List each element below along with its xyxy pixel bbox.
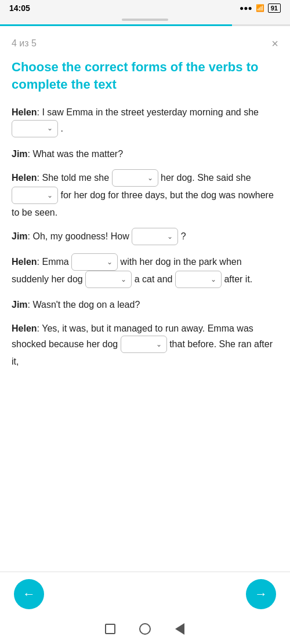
- chevron-down-icon: ⌄: [47, 190, 53, 201]
- android-nav-bar: [0, 616, 290, 644]
- chevron-down-icon: ⌄: [147, 172, 153, 184]
- chevron-down-icon: ⌄: [167, 231, 173, 242]
- paragraph-5: Helen: Emma ⌄ with her dog in the park w…: [12, 254, 278, 289]
- dropdown-7[interactable]: ⌄: [175, 271, 222, 288]
- back-button[interactable]: ←: [14, 579, 44, 609]
- chevron-down-icon: ⌄: [47, 122, 53, 134]
- paragraph-4: Jim: Oh, my goodness! How ⌄ ?: [12, 228, 278, 246]
- status-time: 14:05: [9, 3, 30, 13]
- nav-buttons: ← →: [0, 572, 290, 616]
- bottom-nav: ← →: [0, 572, 290, 644]
- paragraph-6: Jim: Wasn't the dog on a lead?: [12, 297, 278, 312]
- paragraph-3: Helen: She told me she ⌄ her dog. She sa…: [12, 170, 278, 220]
- android-square-button[interactable]: [103, 622, 117, 636]
- status-icons: ●●● 📶 91: [240, 4, 281, 12]
- wifi-icon: 📶: [256, 4, 264, 12]
- progress-text: 4 из 5: [12, 38, 37, 49]
- scroll-indicator: [122, 19, 168, 21]
- android-home-button[interactable]: [138, 622, 152, 636]
- forward-button[interactable]: →: [246, 579, 276, 609]
- card-header: 4 из 5 ×: [12, 38, 278, 49]
- signal-icon: ●●●: [240, 4, 252, 12]
- dropdown-1[interactable]: ⌄: [12, 120, 58, 137]
- dropdown-6[interactable]: ⌄: [85, 271, 132, 288]
- android-circle-icon: [139, 623, 151, 635]
- speaker-jim-1: Jim: [12, 149, 28, 159]
- speaker-helen-4: Helen: [12, 323, 37, 333]
- paragraph-7: Helen: Yes, it was, but it managed to ru…: [12, 321, 278, 369]
- main-card: 4 из 5 × Choose the correct forms of the…: [0, 26, 290, 583]
- chevron-down-icon: ⌄: [107, 256, 113, 268]
- close-button[interactable]: ×: [271, 38, 278, 49]
- speaker-jim-3: Jim: [12, 300, 28, 310]
- status-bar: 14:05 ●●● 📶 91: [0, 0, 290, 16]
- android-back-button[interactable]: [173, 622, 187, 636]
- speaker-helen-3: Helen: [12, 257, 37, 267]
- speaker-helen-2: Helen: [12, 173, 37, 183]
- dropdown-5[interactable]: ⌄: [71, 253, 118, 271]
- chevron-down-icon: ⌄: [211, 274, 216, 285]
- dropdown-2[interactable]: ⌄: [112, 169, 158, 187]
- text-content: Helen: I saw Emma in the street yesterda…: [12, 104, 278, 369]
- battery-icon: 91: [268, 4, 281, 12]
- chevron-down-icon: ⌄: [156, 339, 162, 350]
- question-title: Choose the correct forms of the verbs to…: [12, 59, 278, 93]
- dropdown-4[interactable]: ⌄: [132, 228, 178, 245]
- chevron-down-icon: ⌄: [121, 274, 126, 285]
- paragraph-1: Helen: I saw Emma in the street yesterda…: [12, 104, 278, 137]
- dropdown-8[interactable]: ⌄: [121, 336, 167, 353]
- speaker-jim-2: Jim: [12, 231, 28, 241]
- dropdown-3[interactable]: ⌄: [12, 187, 58, 204]
- android-square-icon: [105, 624, 115, 634]
- speaker-helen-1: Helen: [12, 107, 37, 117]
- paragraph-2: Jim: What was the matter?: [12, 146, 278, 162]
- android-triangle-icon: [175, 623, 184, 635]
